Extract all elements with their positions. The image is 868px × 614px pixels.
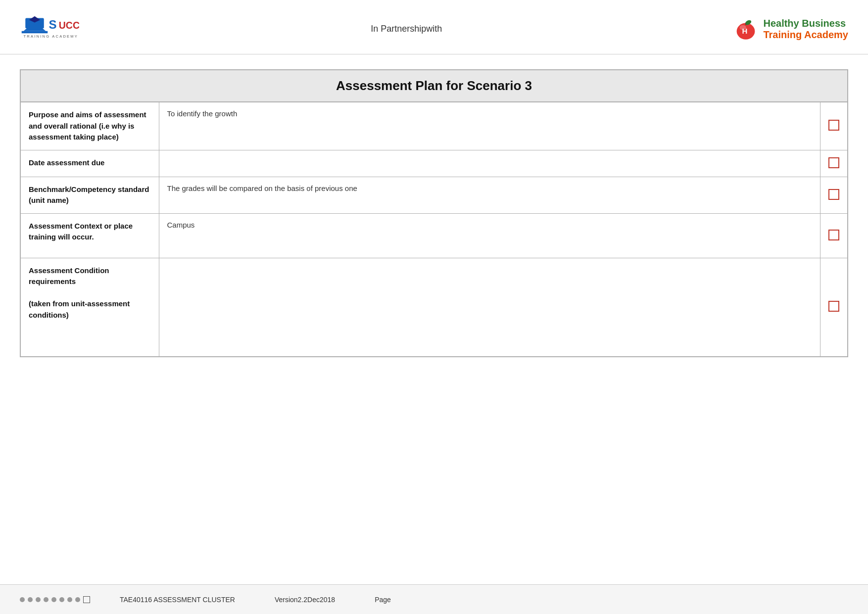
main-content: Assessment Plan for Scenario 3 Purpose a… (0, 54, 868, 367)
row3-checkbox[interactable] (828, 189, 839, 200)
hbta-apple-icon: H (733, 17, 758, 42)
row4-content: Campus (159, 213, 820, 258)
row5-content (159, 258, 820, 357)
progress-dot-7 (67, 597, 72, 602)
row3-checkbox-cell (820, 177, 848, 213)
row5-checkbox-cell (820, 258, 848, 357)
progress-dot-8 (75, 597, 80, 602)
row4-checkbox-cell (820, 213, 848, 258)
progress-dot-5 (51, 597, 56, 602)
page-label: Page (375, 596, 391, 604)
svg-text:S: S (49, 17, 57, 31)
row5-label: Assessment Condition requirements (taken… (20, 258, 159, 357)
row4-label: Assessment Context or place training wil… (20, 213, 159, 258)
progress-dot-1 (20, 597, 25, 602)
hbta-logo-container: H Healthy Business Training Academy (733, 17, 848, 42)
hbta-line2: Training Academy (763, 29, 848, 41)
row2-label: Date assessment due (20, 150, 159, 177)
partnership-text: In Partnershipwith (79, 24, 733, 34)
row2-checkbox-cell (820, 150, 848, 177)
hbta-text-container: Healthy Business Training Academy (763, 18, 848, 41)
row3-content: The grades will be compared on the basis… (159, 177, 820, 213)
row2-checkbox[interactable] (828, 157, 839, 168)
table-row: Purpose and aims of assessment and overa… (20, 102, 848, 150)
row1-label: Purpose and aims of assessment and overa… (20, 102, 159, 150)
table-row: Benchmark/Competency standard (unit name… (20, 177, 848, 213)
row5-checkbox[interactable] (828, 301, 839, 312)
row3-label: Benchmark/Competency standard (unit name… (20, 177, 159, 213)
partnership-label: In Partnershipwith (371, 24, 442, 34)
svg-text:TRAINING ACADEMY: TRAINING ACADEMY (24, 34, 79, 38)
footer-text-container: TAE40116 ASSESSMENT CLUSTER Version2.2De… (120, 596, 391, 604)
table-row: Assessment Condition requirements (taken… (20, 258, 848, 357)
footer-progress-indicator (20, 596, 90, 603)
table-row: Assessment Context or place training wil… (20, 213, 848, 258)
table-title: Assessment Plan for Scenario 3 (20, 70, 848, 102)
page-header: S UCCESS TRAINING ACADEMY In Partnership… (0, 0, 868, 54)
progress-dot-6 (59, 597, 64, 602)
row2-content (159, 150, 820, 177)
svg-text:UCCESS: UCCESS (59, 19, 79, 30)
progress-dot-4 (44, 597, 48, 602)
row1-content: To identify the growth (159, 102, 820, 150)
success-logo-container: S UCCESS TRAINING ACADEMY (20, 12, 79, 47)
svg-rect-1 (22, 31, 48, 33)
row1-checkbox-cell (820, 102, 848, 150)
hbta-line1: Healthy Business (763, 18, 848, 29)
row1-checkbox[interactable] (828, 120, 839, 131)
page-footer: TAE40116 ASSESSMENT CLUSTER Version2.2De… (0, 584, 868, 614)
progress-square (83, 596, 90, 603)
cluster-label: TAE40116 ASSESSMENT CLUSTER (120, 596, 235, 604)
version-label: Version2.2Dec2018 (275, 596, 335, 604)
svg-text:H: H (742, 27, 748, 35)
success-logo-icon: S UCCESS TRAINING ACADEMY (20, 12, 79, 47)
progress-dot-2 (28, 597, 33, 602)
assessment-plan-table: Assessment Plan for Scenario 3 Purpose a… (20, 69, 848, 357)
row4-checkbox[interactable] (828, 230, 839, 240)
progress-dot-3 (36, 597, 41, 602)
table-row: Date assessment due (20, 150, 848, 177)
